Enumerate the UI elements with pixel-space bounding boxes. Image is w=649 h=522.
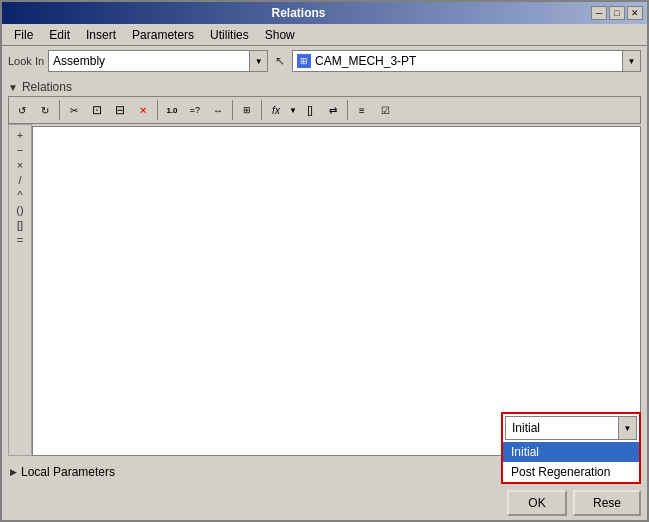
- local-params-arrow: ▶: [10, 467, 17, 477]
- dropdown-open-arrow[interactable]: ▼: [618, 417, 636, 439]
- reset-button[interactable]: Rese: [573, 490, 641, 516]
- relations-text-area[interactable]: [33, 127, 640, 455]
- multiply-button[interactable]: ×: [11, 159, 29, 171]
- copy-button[interactable]: ⊡: [86, 99, 108, 121]
- content-area: + − × / ^ () [] =: [8, 124, 641, 456]
- redo-button[interactable]: ↻: [34, 99, 56, 121]
- dropdown-current-value: Initial: [506, 419, 618, 437]
- plus-button[interactable]: +: [11, 129, 29, 141]
- section-title: Relations: [22, 80, 72, 94]
- menu-utilities[interactable]: Utilities: [202, 26, 257, 44]
- sep3: [232, 100, 233, 120]
- title-controls: ─ □ ✕: [591, 6, 643, 20]
- paste-button[interactable]: ⊟: [109, 99, 131, 121]
- menu-show[interactable]: Show: [257, 26, 303, 44]
- list-button[interactable]: ≡: [351, 99, 373, 121]
- paren-button[interactable]: (): [11, 204, 29, 216]
- menu-edit[interactable]: Edit: [41, 26, 78, 44]
- divide-button[interactable]: /: [11, 174, 29, 186]
- menu-parameters[interactable]: Parameters: [124, 26, 202, 44]
- sep5: [347, 100, 348, 120]
- dropdown-popup: Initial ▼ Initial Post Regeneration: [501, 412, 641, 484]
- undo-button[interactable]: ↺: [11, 99, 33, 121]
- equals-button[interactable]: =?: [184, 99, 206, 121]
- file-combo[interactable]: ⊞ CAM_MECH_3-PT ▼: [292, 50, 641, 72]
- image-button[interactable]: ⊞: [236, 99, 258, 121]
- title-bar: Relations ─ □ ✕: [2, 2, 647, 24]
- switch-button[interactable]: ⇄: [322, 99, 344, 121]
- check-button[interactable]: ☑: [374, 99, 396, 121]
- dropdown-item-post-regen[interactable]: Post Regeneration: [503, 462, 639, 482]
- relations-text-area-wrapper: [32, 126, 641, 456]
- ok-button[interactable]: OK: [507, 490, 567, 516]
- menu-insert[interactable]: Insert: [78, 26, 124, 44]
- sep2: [157, 100, 158, 120]
- minus-button[interactable]: −: [11, 144, 29, 156]
- close-button[interactable]: ✕: [627, 6, 643, 20]
- fx-button[interactable]: fx: [265, 99, 287, 121]
- button-row: Initial ▼ Initial Post Regeneration OK R…: [2, 486, 647, 520]
- maximize-button[interactable]: □: [609, 6, 625, 20]
- section-collapse-arrow: ▼: [8, 82, 18, 93]
- menu-file[interactable]: File: [6, 26, 41, 44]
- delete-button[interactable]: ✕: [132, 99, 154, 121]
- look-in-value: Assembly: [49, 52, 249, 70]
- power-button[interactable]: ^: [11, 189, 29, 201]
- file-combo-inner: ⊞ CAM_MECH_3-PT: [293, 52, 622, 70]
- sqbracket-button[interactable]: []: [11, 219, 29, 231]
- equal-button[interactable]: =: [11, 234, 29, 246]
- minimize-button[interactable]: ─: [591, 6, 607, 20]
- side-buttons: + − × / ^ () [] =: [8, 124, 32, 456]
- look-in-row: Look In Assembly ▼ ↖ ⊞ CAM_MECH_3-PT ▼: [2, 46, 647, 76]
- relations-section: ▼ Relations ↺ ↻ ✂ ⊡ ⊟ ✕ 1.0 =? ↔ ⊞ fx ▼ …: [2, 76, 647, 458]
- sep1: [59, 100, 60, 120]
- window-title: Relations: [6, 6, 591, 20]
- dropdown-arrow-button[interactable]: ▼: [288, 99, 298, 121]
- dropdown-item-initial[interactable]: Initial: [503, 442, 639, 462]
- number-button[interactable]: 1.0: [161, 99, 183, 121]
- file-combo-arrow[interactable]: ▼: [622, 51, 640, 71]
- bracket-button[interactable]: []: [299, 99, 321, 121]
- section-header[interactable]: ▼ Relations: [8, 78, 641, 96]
- cursor-icon: ↖: [272, 53, 288, 69]
- file-icon: ⊞: [297, 54, 311, 68]
- relations-toolbar: ↺ ↻ ✂ ⊡ ⊟ ✕ 1.0 =? ↔ ⊞ fx ▼ [] ⇄ ≡ ☑: [8, 96, 641, 124]
- look-in-combo[interactable]: Assembly ▼: [48, 50, 268, 72]
- menu-bar: File Edit Insert Parameters Utilities Sh…: [2, 24, 647, 46]
- arrows-button[interactable]: ↔: [207, 99, 229, 121]
- file-name: CAM_MECH_3-PT: [315, 54, 416, 68]
- look-in-arrow[interactable]: ▼: [249, 51, 267, 71]
- sep4: [261, 100, 262, 120]
- local-params-label: Local Parameters: [21, 465, 115, 479]
- main-window: Relations ─ □ ✕ File Edit Insert Paramet…: [0, 0, 649, 522]
- look-in-label: Look In: [8, 55, 44, 67]
- cut-button[interactable]: ✂: [63, 99, 85, 121]
